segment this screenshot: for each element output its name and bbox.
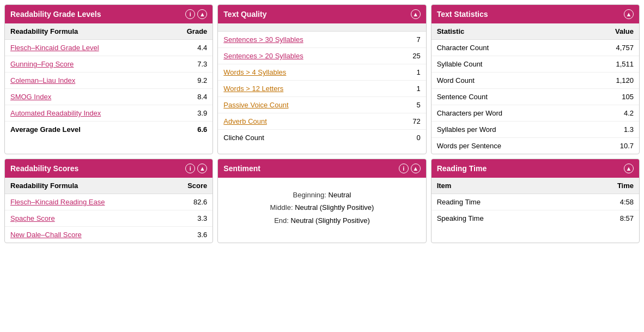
grade-row-value: 6.6 (163, 122, 212, 138)
grade-row-value: 3.9 (163, 105, 212, 122)
rs-info-icon[interactable]: i (185, 164, 195, 173)
tq-row-label: Cliché Count (218, 130, 390, 146)
sentiment-body: Beginning: Neutral Middle: Neutral (Slig… (218, 178, 426, 238)
collapse-icon[interactable]: ▲ (197, 9, 207, 19)
text-statistics-title: Text Statistics (437, 10, 488, 19)
ts-row-label: Character Count (432, 40, 581, 56)
middle-value: Neutral (Slightly Positive) (295, 203, 374, 212)
end-value: Neutral (Slightly Positive) (291, 216, 370, 225)
rs-col1: Readability Formula (5, 178, 166, 194)
readability-grade-header: Readability Grade Levels i ▲ (5, 5, 212, 23)
reading-time-panel: Reading Time ▲ Item Time Reading Time4:5… (431, 159, 640, 243)
ts-col1: Statistic (432, 23, 581, 40)
tq-row-value: 1 (390, 81, 426, 97)
rs-col2: Score (166, 178, 213, 194)
text-statistics-header: Text Statistics ▲ (432, 5, 639, 23)
middle-label: Middle: (270, 203, 293, 212)
readability-scores-header: Readability Scores i ▲ (5, 159, 212, 178)
grade-row-value: 9.2 (163, 73, 212, 89)
beginning-label: Beginning: (293, 191, 326, 199)
grade-row-label[interactable]: Coleman–Liau Index (5, 73, 163, 89)
rt-collapse-icon[interactable]: ▲ (624, 164, 634, 173)
ts-row-label: Syllable Count (432, 56, 581, 73)
ts-row-label: Word Count (432, 73, 581, 89)
reading-time-title: Reading Time (437, 164, 487, 173)
sentiment-panel: Sentiment i ▲ Beginning: Neutral Middle:… (217, 159, 426, 243)
tq-row-label[interactable]: Words > 12 Letters (218, 81, 390, 97)
ts-row-label: Words per Sentence (432, 138, 581, 154)
sentiment-beginning: Beginning: Neutral (223, 189, 420, 201)
rt-row-label: Speaking Time (432, 210, 573, 227)
rs-row-label[interactable]: Spache Score (5, 210, 166, 227)
sentiment-middle: Middle: Neutral (Slightly Positive) (223, 201, 420, 214)
ts-col2: Value (581, 23, 639, 40)
sentiment-header: Sentiment i ▲ (218, 159, 426, 178)
beginning-value: Neutral (329, 191, 351, 199)
readability-grade-icons: i ▲ (185, 9, 207, 19)
tq-row-value: 0 (390, 130, 426, 146)
readability-scores-icons: i ▲ (185, 164, 207, 173)
tq-row-value: 1 (390, 64, 426, 81)
reading-time-header: Reading Time ▲ (432, 159, 639, 178)
tq-row-label[interactable]: Words > 4 Syllables (218, 64, 390, 81)
grade-row-label: Average Grade Level (5, 122, 163, 138)
tq-row-label[interactable]: Sentences > 20 Syllables (218, 48, 390, 64)
readability-scores-panel: Readability Scores i ▲ Readability Formu… (4, 159, 213, 243)
tq-row-value: 5 (390, 97, 426, 113)
reading-time-icons: ▲ (624, 164, 634, 173)
text-statistics-panel: Text Statistics ▲ Statistic Value Charac… (431, 4, 640, 154)
rs-row-label[interactable]: Flesch–Kincaid Reading Ease (5, 194, 166, 210)
ts-row-label: Sentence Count (432, 89, 581, 105)
tq-row-label[interactable]: Adverb Count (218, 113, 390, 130)
rt-row-value: 8:57 (573, 210, 639, 227)
text-quality-panel: Text Quality ▲ Sentences > 30 Syllables7… (217, 4, 426, 154)
ts-row-value: 1.3 (581, 122, 639, 138)
end-label: End: (274, 216, 289, 225)
grade-row-label[interactable]: Flesch–Kincaid Grade Level (5, 40, 163, 56)
rs-row-value: 82.6 (166, 194, 213, 210)
tq-collapse-icon[interactable]: ▲ (411, 9, 421, 19)
rt-row-value: 4:58 (573, 194, 639, 210)
text-statistics-icons: ▲ (624, 9, 634, 19)
readability-grade-panel: Readability Grade Levels i ▲ Readability… (4, 4, 213, 154)
ts-row-label: Characters per Word (432, 105, 581, 122)
text-quality-title: Text Quality (223, 10, 266, 19)
tq-row-value: 7 (390, 32, 426, 48)
ts-collapse-icon[interactable]: ▲ (624, 9, 634, 19)
grade-row-value: 4.4 (163, 40, 212, 56)
readability-scores-title: Readability Scores (10, 164, 78, 173)
rs-row-label[interactable]: New Dale–Chall Score (5, 227, 166, 243)
grade-row-label[interactable]: SMOG Index (5, 89, 163, 105)
grade-row-value: 8.4 (163, 89, 212, 105)
ts-row-value: 1,511 (581, 56, 639, 73)
text-quality-icons: ▲ (411, 9, 421, 19)
ts-row-value: 4.2 (581, 105, 639, 122)
ts-row-value: 1,120 (581, 73, 639, 89)
rs-row-value: 3.3 (166, 210, 213, 227)
rt-col1: Item (432, 178, 573, 194)
ts-row-value: 10.7 (581, 138, 639, 154)
readability-grade-title: Readability Grade Levels (10, 10, 101, 19)
ts-row-value: 105 (581, 89, 639, 105)
grade-row-label[interactable]: Gunning–Fog Score (5, 56, 163, 73)
rs-row-value: 3.6 (166, 227, 213, 243)
tq-col1 (218, 23, 390, 32)
sent-collapse-icon[interactable]: ▲ (411, 164, 421, 173)
tq-col2 (390, 23, 426, 32)
rs-collapse-icon[interactable]: ▲ (197, 164, 207, 173)
rt-row-label: Reading Time (432, 194, 573, 210)
tq-row-label[interactable]: Passive Voice Count (218, 97, 390, 113)
grade-row-label[interactable]: Automated Readability Index (5, 105, 163, 122)
rt-col2: Time (573, 178, 639, 194)
ts-row-label: Syllables per Word (432, 122, 581, 138)
sentiment-title: Sentiment (223, 164, 260, 173)
sentiment-end: End: Neutral (Slightly Positive) (223, 214, 420, 227)
tq-row-label[interactable]: Sentences > 30 Syllables (218, 32, 390, 48)
tq-row-value: 25 (390, 48, 426, 64)
sentiment-icons: i ▲ (399, 164, 421, 173)
ts-row-value: 4,757 (581, 40, 639, 56)
sent-info-icon[interactable]: i (399, 164, 409, 173)
tq-row-value: 72 (390, 113, 426, 130)
info-icon[interactable]: i (185, 9, 195, 19)
grade-col1: Readability Formula (5, 23, 163, 40)
